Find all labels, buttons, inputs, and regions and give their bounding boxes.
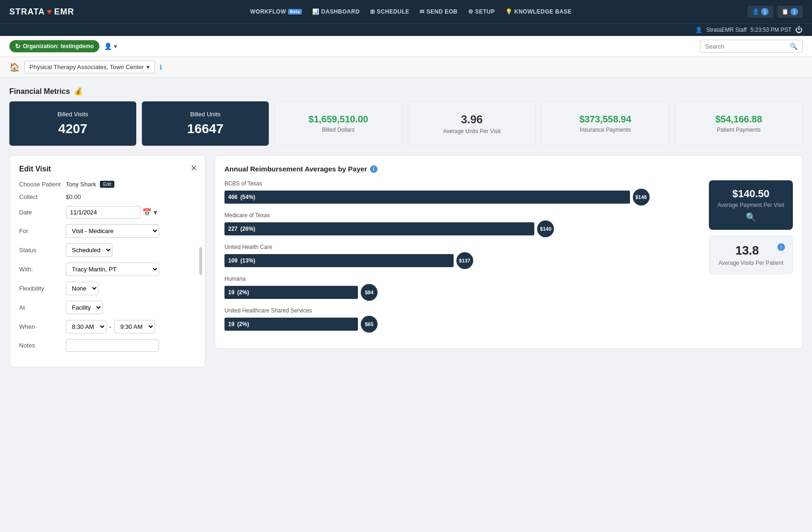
metric-billed-dollars-label: Billed Dollars bbox=[322, 127, 355, 133]
nav-send-eob[interactable]: ✉SEND EOB bbox=[416, 7, 461, 17]
when-label: When bbox=[19, 323, 66, 330]
edit-visit-panel: Edit Visit ✕ Choose Patient Tony Shark E… bbox=[9, 155, 205, 367]
avg-visits-value: 13.8 bbox=[717, 243, 785, 258]
collect-value: $0.00 bbox=[66, 193, 81, 200]
metric-billed-visits-label: Billed Visits bbox=[57, 111, 88, 118]
metrics-row: Billed Visits 4207 Billed Units 16647 $1… bbox=[9, 101, 803, 146]
reimbursement-panel: Annual Reimbursement Averages by Payer i… bbox=[215, 155, 803, 349]
chart-row-4: United Healthcare Shared Services 19 (2%… bbox=[224, 307, 701, 333]
metric-billed-dollars: $1,659,510.00 Billed Dollars bbox=[274, 101, 402, 146]
logo-emr: EMR bbox=[54, 7, 74, 17]
location-bar: 🏠 Physical Therapy Associates, Town Cent… bbox=[0, 57, 812, 78]
location-label: Physical Therapy Associates, Town Center bbox=[29, 64, 144, 71]
payer-label-2: United Health Care bbox=[224, 244, 701, 250]
nav-setup[interactable]: ⚙SETUP bbox=[464, 7, 499, 17]
form-row-patient: Choose Patient Tony Shark Edit bbox=[19, 181, 196, 188]
patient-label: Choose Patient bbox=[19, 181, 66, 188]
logo-heart-icon: ♥ bbox=[47, 7, 52, 17]
for-select[interactable]: Visit - Medicare bbox=[66, 224, 159, 238]
metric-billed-visits-value: 4207 bbox=[58, 121, 87, 136]
metric-billed-visits: Billed Visits 4207 bbox=[9, 101, 136, 146]
user-icon: 👤 bbox=[695, 27, 702, 33]
date-label: Date bbox=[19, 209, 66, 216]
org-badge[interactable]: ↻ Organization: testingdemo bbox=[9, 40, 99, 52]
flexibility-label: Flexibility bbox=[19, 285, 66, 292]
patient-value: Tony Shark Edit bbox=[66, 181, 114, 188]
second-nav: 👤 StrataEMR Staff 5:23:53 PM PST ⏻ bbox=[0, 23, 812, 36]
avg-visits-info-icon[interactable]: i bbox=[777, 243, 785, 251]
chart-bar-wrap-3: 19 (2%) $84 bbox=[224, 284, 701, 301]
home-icon: 🏠 bbox=[9, 62, 20, 72]
form-row-date: Date 📅 ▾ bbox=[19, 206, 196, 219]
form-row-flexibility: Flexibility None bbox=[19, 282, 196, 295]
at-select[interactable]: Facility bbox=[66, 301, 103, 314]
user-name: StrataEMR Staff bbox=[706, 27, 746, 33]
time-row: 8:30 AM - 9:30 AM bbox=[66, 320, 155, 333]
notification-btn-2[interactable]: 📋 1 bbox=[777, 6, 803, 18]
user-dropdown[interactable]: 👤 ▾ bbox=[104, 43, 117, 50]
nav-icons: 👤 1 📋 1 bbox=[748, 6, 803, 18]
metric-patient-payments: $54,166.88 Patient Payments bbox=[675, 101, 803, 146]
avg-payment-card: $140.50 Average Payment Per Visit 🔍 bbox=[709, 180, 793, 230]
form-row-with: With: Tracy Martin, PT bbox=[19, 262, 196, 276]
third-bar: ↻ Organization: testingdemo 👤 ▾ 🔍 bbox=[0, 36, 812, 57]
chart-bar-wrap-1: 227 (26%) $140 bbox=[224, 220, 701, 237]
status-label: Status bbox=[19, 247, 66, 254]
right-panel: Annual Reimbursement Averages by Payer i… bbox=[215, 155, 803, 367]
nav-knowledge-base[interactable]: 💡KNOWLEDGE BASE bbox=[502, 7, 576, 17]
edit-visit-title: Edit Visit bbox=[19, 165, 196, 173]
user-dropdown-icon: 👤 bbox=[104, 43, 112, 50]
avg-payment-value: $140.50 bbox=[716, 188, 785, 200]
org-section: ↻ Organization: testingdemo 👤 ▾ bbox=[9, 40, 117, 52]
financial-metrics-section: Financial Metrics 💰 Billed Visits 4207 B… bbox=[9, 87, 803, 146]
avg-payment-label: Average Payment Per Visit bbox=[716, 202, 785, 208]
metric-billed-dollars-value: $1,659,510.00 bbox=[308, 114, 368, 125]
power-button[interactable]: ⏻ bbox=[795, 26, 803, 34]
payer-label-1: Medicare of Texas bbox=[224, 212, 701, 219]
patient-name: Tony Shark bbox=[66, 181, 96, 188]
chart-bar-3: 19 (2%) bbox=[224, 286, 358, 299]
with-label: With: bbox=[19, 266, 66, 273]
avg-visits-label: Average Visits Per Patient bbox=[717, 260, 785, 266]
nav-schedule[interactable]: ⊞SCHEDULE bbox=[366, 7, 413, 17]
flexibility-select[interactable]: None bbox=[66, 282, 98, 295]
metric-billed-units-value: 16647 bbox=[187, 121, 224, 136]
notification-btn-1[interactable]: 👤 1 bbox=[748, 6, 773, 18]
chart-bar-4: 19 (2%) bbox=[224, 318, 358, 331]
main-content: Financial Metrics 💰 Billed Visits 4207 B… bbox=[0, 78, 812, 376]
nav-dashboard[interactable]: 📊DASHBOARD bbox=[308, 7, 364, 17]
search-input[interactable] bbox=[705, 43, 790, 50]
refresh-icon: ↻ bbox=[15, 43, 21, 50]
close-button[interactable]: ✕ bbox=[190, 163, 197, 173]
top-nav: STRATA♥EMR WORKFLOW Beta 📊DASHBOARD ⊞SCH… bbox=[0, 0, 812, 23]
calendar-button[interactable]: 📅 ▾ bbox=[142, 208, 157, 217]
patient-edit-badge[interactable]: Edit bbox=[100, 181, 114, 188]
zoom-icon[interactable]: 🔍 bbox=[716, 212, 785, 222]
with-select[interactable]: Tracy Martin, PT bbox=[66, 262, 159, 276]
form-row-notes: Notes bbox=[19, 339, 196, 352]
metric-billed-units: Billed Units 16647 bbox=[142, 101, 269, 146]
date-input[interactable] bbox=[66, 206, 140, 219]
time-end-select[interactable]: 9:30 AM bbox=[114, 320, 155, 333]
time-start-select[interactable]: 8:30 AM bbox=[66, 320, 106, 333]
status-select[interactable]: Scheduled bbox=[66, 243, 112, 257]
form-row-status: Status Scheduled bbox=[19, 243, 196, 257]
date-input-wrap: 📅 ▾ bbox=[66, 206, 157, 219]
location-select[interactable]: Physical Therapy Associates, Town Center… bbox=[24, 61, 155, 73]
nav-workflow[interactable]: WORKFLOW Beta bbox=[246, 7, 306, 17]
chart-row-0: BCBS of Texas 466 (54%) $148 bbox=[224, 180, 701, 206]
chart-badge-4: $65 bbox=[361, 316, 378, 333]
chart-bar-1: 227 (26%) bbox=[224, 222, 534, 235]
chart-bar-2: 109 (13%) bbox=[224, 254, 454, 267]
dropdown-arrow-icon: ▾ bbox=[114, 43, 117, 50]
location-info-icon[interactable]: ℹ bbox=[160, 64, 162, 71]
org-label: Organization: testingdemo bbox=[23, 43, 94, 50]
payer-label-4: United Healthcare Shared Services bbox=[224, 307, 701, 314]
search-bar[interactable]: 🔍 bbox=[700, 40, 803, 53]
search-icon[interactable]: 🔍 bbox=[790, 43, 798, 50]
location-dropdown-arrow: ▾ bbox=[147, 64, 150, 71]
beta-badge: Beta bbox=[288, 9, 302, 14]
metric-patient-value: $54,166.88 bbox=[715, 114, 762, 125]
notes-input[interactable] bbox=[66, 339, 159, 352]
reimbursement-info-icon[interactable]: i bbox=[370, 165, 378, 173]
